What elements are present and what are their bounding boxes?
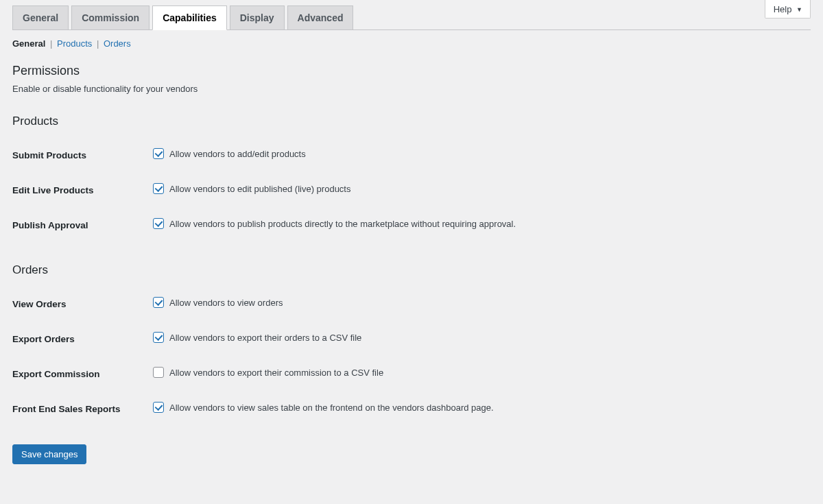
checkbox-label-export-orders[interactable]: Allow vendors to export their orders to … — [153, 332, 361, 343]
checkbox-publish-approval[interactable] — [153, 218, 164, 229]
chevron-down-icon: ▼ — [796, 6, 802, 13]
tab-commission[interactable]: Commission — [71, 5, 150, 30]
checkbox-export-orders[interactable] — [153, 332, 164, 343]
checkbox-label-export-commission[interactable]: Allow vendors to export their commission… — [153, 367, 383, 378]
subnav-orders[interactable]: Orders — [104, 38, 131, 49]
setting-label-front-end-sales-reports: Front End Sales Reports — [12, 392, 153, 427]
checkbox-label-front-end-sales-reports[interactable]: Allow vendors to view sales table on the… — [153, 402, 494, 413]
checkbox-label-view-orders[interactable]: Allow vendors to view orders — [153, 297, 283, 308]
setting-row-front-end-sales-reports: Front End Sales ReportsAllow vendors to … — [12, 392, 811, 427]
separator: | — [47, 38, 55, 49]
help-tab[interactable]: Help ▼ — [765, 0, 811, 19]
setting-label-export-orders: Export Orders — [12, 322, 153, 357]
checkbox-label-edit-live-products[interactable]: Allow vendors to edit published (live) p… — [153, 183, 350, 194]
setting-field-submit-products: Allow vendors to add/edit products — [153, 138, 811, 173]
setting-row-export-commission: Export CommissionAllow vendors to export… — [12, 357, 811, 392]
sub-nav: General | Products | Orders — [12, 38, 811, 49]
setting-field-edit-live-products: Allow vendors to edit published (live) p… — [153, 173, 811, 208]
checkbox-label-submit-products[interactable]: Allow vendors to add/edit products — [153, 148, 306, 159]
setting-field-export-orders: Allow vendors to export their orders to … — [153, 322, 811, 357]
tab-general[interactable]: General — [12, 5, 69, 30]
permissions-description: Enable or disable functionality for your… — [12, 84, 811, 94]
subnav-products[interactable]: Products — [57, 38, 92, 49]
checkbox-edit-live-products[interactable] — [153, 183, 164, 194]
setting-label-export-commission: Export Commission — [12, 357, 153, 392]
checkbox-front-end-sales-reports[interactable] — [153, 402, 164, 413]
tab-advanced[interactable]: Advanced — [287, 5, 354, 30]
checkbox-text-publish-approval: Allow vendors to publish products direct… — [169, 219, 516, 229]
checkbox-label-publish-approval[interactable]: Allow vendors to publish products direct… — [153, 218, 516, 229]
setting-row-publish-approval: Publish ApprovalAllow vendors to publish… — [12, 208, 811, 243]
subnav-general[interactable]: General — [12, 38, 45, 49]
checkbox-text-submit-products: Allow vendors to add/edit products — [169, 149, 306, 159]
help-label: Help — [774, 4, 792, 14]
setting-row-view-orders: View OrdersAllow vendors to view orders — [12, 287, 811, 322]
checkbox-text-export-orders: Allow vendors to export their orders to … — [169, 333, 361, 343]
permissions-heading: Permissions — [12, 64, 811, 78]
primary-tab-bar: GeneralCommissionCapabilitiesDisplayAdva… — [12, 5, 811, 30]
setting-label-view-orders: View Orders — [12, 287, 153, 322]
checkbox-text-view-orders: Allow vendors to view orders — [169, 298, 283, 308]
setting-field-front-end-sales-reports: Allow vendors to view sales table on the… — [153, 392, 811, 427]
products-heading: Products — [12, 115, 811, 128]
tab-capabilities[interactable]: Capabilities — [152, 5, 227, 30]
setting-row-submit-products: Submit ProductsAllow vendors to add/edit… — [12, 138, 811, 173]
setting-field-publish-approval: Allow vendors to publish products direct… — [153, 208, 811, 243]
orders-settings-table: View OrdersAllow vendors to view ordersE… — [12, 287, 811, 427]
tab-display[interactable]: Display — [230, 5, 285, 30]
checkbox-text-export-commission: Allow vendors to export their commission… — [169, 368, 383, 378]
setting-field-view-orders: Allow vendors to view orders — [153, 287, 811, 322]
setting-label-edit-live-products: Edit Live Products — [12, 173, 153, 208]
checkbox-submit-products[interactable] — [153, 148, 164, 159]
setting-row-export-orders: Export OrdersAllow vendors to export the… — [12, 322, 811, 357]
checkbox-view-orders[interactable] — [153, 297, 164, 308]
save-changes-label: Save changes — [21, 449, 77, 459]
setting-label-publish-approval: Publish Approval — [12, 208, 153, 243]
checkbox-text-front-end-sales-reports: Allow vendors to view sales table on the… — [169, 403, 494, 413]
separator: | — [94, 38, 102, 49]
orders-heading: Orders — [12, 263, 811, 277]
save-changes-button[interactable]: Save changes — [12, 444, 86, 464]
checkbox-export-commission[interactable] — [153, 367, 164, 378]
setting-row-edit-live-products: Edit Live ProductsAllow vendors to edit … — [12, 173, 811, 208]
setting-field-export-commission: Allow vendors to export their commission… — [153, 357, 811, 392]
checkbox-text-edit-live-products: Allow vendors to edit published (live) p… — [169, 184, 350, 194]
setting-label-submit-products: Submit Products — [12, 138, 153, 173]
products-settings-table: Submit ProductsAllow vendors to add/edit… — [12, 138, 811, 243]
